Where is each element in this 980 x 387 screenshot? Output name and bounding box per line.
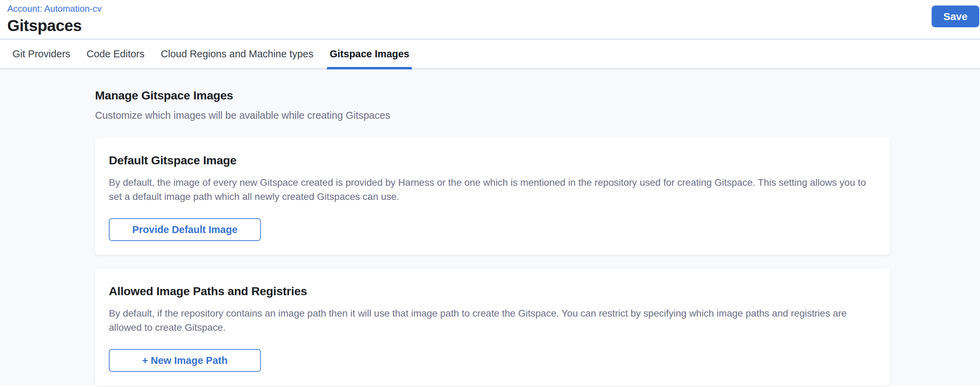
new-image-path-button[interactable]: + New Image Path	[109, 349, 261, 372]
page-title: Gitspaces	[7, 17, 980, 35]
account-breadcrumb-link[interactable]: Account: Automation-cv	[7, 3, 102, 14]
page-header: Account: Automation-cv Gitspaces Save	[0, 0, 980, 40]
content-area: Manage Gitspace Images Customize which i…	[0, 70, 980, 385]
card-title-allowed-paths: Allowed Image Paths and Registries	[109, 284, 877, 298]
tab-gitspace-images[interactable]: Gitspace Images	[330, 40, 409, 68]
section-subheading: Customize which images will be available…	[95, 109, 891, 122]
settings-tab-bar: Git Providers Code Editors Cloud Regions…	[0, 40, 980, 70]
save-button[interactable]: Save	[932, 6, 979, 27]
tab-cloud-regions-machine-types[interactable]: Cloud Regions and Machine types	[161, 40, 313, 68]
section-heading: Manage Gitspace Images	[95, 88, 891, 102]
card-title-default-image: Default Gitspace Image	[109, 153, 877, 167]
allowed-image-paths-card: Allowed Image Paths and Registries By de…	[95, 268, 890, 385]
tab-git-providers[interactable]: Git Providers	[13, 40, 70, 68]
card-description-default-image: By default, the image of every new Gitsp…	[109, 175, 873, 204]
tab-code-editors[interactable]: Code Editors	[87, 40, 145, 68]
provide-default-image-button[interactable]: Provide Default Image	[109, 218, 261, 241]
default-gitspace-image-card: Default Gitspace Image By default, the i…	[95, 137, 890, 255]
card-description-allowed-paths: By default, if the repository contains a…	[109, 306, 873, 335]
